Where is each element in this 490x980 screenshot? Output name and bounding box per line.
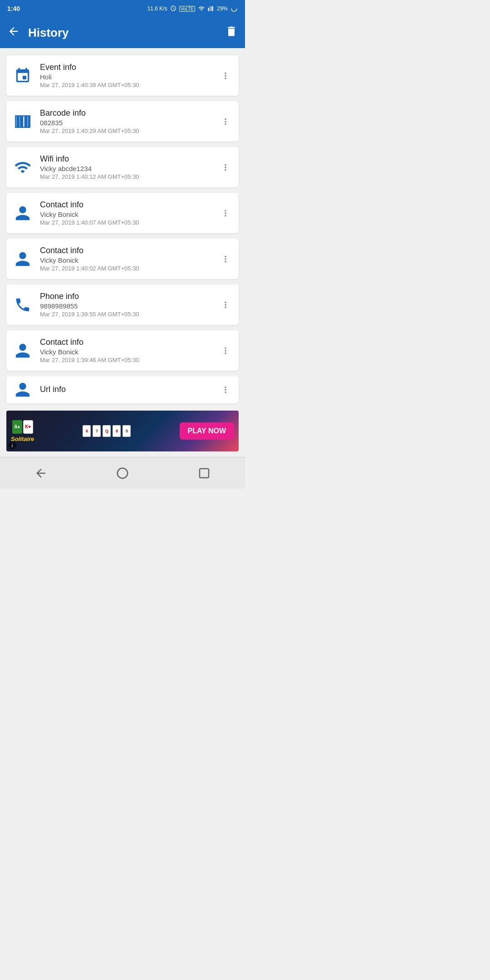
volte-badge: VoLTE <box>179 6 195 12</box>
list-item: Event info Holi Mar 27, 2019 1:40:39 AM … <box>6 55 239 96</box>
item-subtitle: Holi <box>40 73 211 81</box>
list-item: Contact info Vicky Bonick Mar 27, 2019 1… <box>6 193 239 233</box>
event-icon <box>13 66 33 86</box>
item-content: Contact info Vicky Bonick Mar 27, 2019 1… <box>40 338 211 363</box>
item-title: Barcode info <box>40 108 211 118</box>
ad-info-icon: i <box>8 441 16 450</box>
item-date: Mar 27, 2019 1:39:46 AM GMT+05:30 <box>40 357 211 363</box>
wifi-status-icon <box>198 5 205 12</box>
svg-point-0 <box>231 6 237 11</box>
svg-rect-2 <box>18 116 19 127</box>
contact-icon <box>13 249 33 269</box>
item-menu-button[interactable] <box>219 115 232 128</box>
item-date: Mar 27, 2019 1:40:39 AM GMT+05:30 <box>40 82 211 88</box>
alarm-icon <box>170 5 176 12</box>
item-menu-button[interactable] <box>219 161 232 174</box>
item-title: Event info <box>40 63 211 72</box>
ad-game-title: Solitaire <box>11 436 34 442</box>
svg-rect-8 <box>29 116 30 127</box>
svg-rect-5 <box>23 116 25 127</box>
list-item: Phone info 9898989855 Mar 27, 2019 1:39:… <box>6 284 239 325</box>
item-subtitle: 9898989855 <box>40 302 211 310</box>
item-title: Wifi info <box>40 154 211 164</box>
ad-content: i A♠ K♥ Solitaire 6 7 Q 8 5 PLAY NOW <box>6 420 239 442</box>
item-content: Contact info Vicky Bonick Mar 27, 2019 1… <box>40 246 211 272</box>
svg-point-9 <box>118 468 128 478</box>
item-content: Barcode info 082835 Mar 27, 2019 1:40:29… <box>40 108 211 134</box>
status-right: 11.6 K/s VoLTE 29% <box>147 5 238 12</box>
history-list: Event info Holi Mar 27, 2019 1:40:39 AM … <box>0 48 245 411</box>
item-title: Phone info <box>40 292 211 301</box>
item-subtitle: Vicky Bonick <box>40 256 211 264</box>
delete-button[interactable] <box>225 25 238 40</box>
phone-icon <box>13 295 33 315</box>
item-title: Contact info <box>40 338 211 347</box>
item-subtitle: Vicky Bonick <box>40 211 211 218</box>
loading-icon <box>230 5 238 12</box>
toolbar: History <box>0 17 245 48</box>
list-item: Contact info Vicky Bonick Mar 27, 2019 1… <box>6 330 239 371</box>
status-bar: 1:40 11.6 K/s VoLTE 29% <box>0 0 245 17</box>
item-content: Url info <box>40 385 211 395</box>
battery-level: 29% <box>217 5 228 12</box>
item-menu-button[interactable] <box>219 252 232 266</box>
card: Q <box>103 425 111 437</box>
item-menu-button[interactable] <box>219 344 232 358</box>
item-menu-button[interactable] <box>219 298 232 312</box>
page-title: History <box>28 26 225 40</box>
item-title: Contact info <box>40 246 211 255</box>
network-speed: 11.6 K/s <box>147 5 167 12</box>
svg-rect-1 <box>15 116 17 127</box>
card: 5 <box>122 425 131 437</box>
wifi-icon <box>13 157 33 177</box>
item-content: Contact info Vicky Bonick Mar 27, 2019 1… <box>40 200 211 226</box>
back-button[interactable] <box>7 25 20 41</box>
item-date: Mar 27, 2019 1:40:02 AM GMT+05:30 <box>40 265 211 272</box>
svg-rect-3 <box>19 116 20 127</box>
contact-icon <box>13 341 33 361</box>
ad-logo: A♠ K♥ Solitaire <box>11 420 34 442</box>
nav-recents-button[interactable] <box>184 462 225 485</box>
item-menu-button[interactable] <box>219 383 232 397</box>
list-item: Contact info Vicky Bonick Mar 27, 2019 1… <box>6 239 239 279</box>
item-menu-button[interactable] <box>219 69 232 83</box>
item-subtitle: Vicky Bonick <box>40 348 211 356</box>
list-item-partial: Url info <box>6 376 239 403</box>
svg-rect-4 <box>21 116 22 127</box>
item-menu-button[interactable] <box>219 206 232 220</box>
card: 7 <box>93 425 101 437</box>
item-content: Wifi info Vicky abcde1234 Mar 27, 2019 1… <box>40 154 211 180</box>
item-date: Mar 27, 2019 1:40:12 AM GMT+05:30 <box>40 173 211 180</box>
url-icon <box>13 380 33 400</box>
signal-icon <box>208 5 214 12</box>
status-time: 1:40 <box>7 5 20 12</box>
svg-rect-7 <box>27 116 29 127</box>
svg-rect-6 <box>25 116 26 127</box>
barcode-icon <box>13 112 33 132</box>
item-content: Phone info 9898989855 Mar 27, 2019 1:39:… <box>40 292 211 318</box>
item-date: Mar 27, 2019 1:40:29 AM GMT+05:30 <box>40 127 211 134</box>
play-now-button[interactable]: PLAY NOW <box>180 422 234 440</box>
list-item: Wifi info Vicky abcde1234 Mar 27, 2019 1… <box>6 147 239 187</box>
nav-back-button[interactable] <box>20 462 61 485</box>
contact-icon <box>13 203 33 223</box>
nav-home-button[interactable] <box>102 462 143 485</box>
list-item: Barcode info 082835 Mar 27, 2019 1:40:29… <box>6 101 239 142</box>
card: 6 <box>83 425 91 437</box>
item-subtitle: 082835 <box>40 119 211 127</box>
card: 8 <box>113 425 121 437</box>
item-subtitle: Vicky abcde1234 <box>40 165 211 172</box>
nav-bar <box>0 457 245 489</box>
item-title: Url info <box>40 385 211 394</box>
ad-cards: 6 7 Q 8 5 <box>39 425 175 437</box>
item-date: Mar 27, 2019 1:39:55 AM GMT+05:30 <box>40 311 211 318</box>
item-title: Contact info <box>40 200 211 210</box>
item-date: Mar 27, 2019 1:40:07 AM GMT+05:30 <box>40 219 211 226</box>
item-content: Event info Holi Mar 27, 2019 1:40:39 AM … <box>40 63 211 88</box>
ad-banner[interactable]: i A♠ K♥ Solitaire 6 7 Q 8 5 PLAY NOW <box>6 411 239 451</box>
svg-rect-10 <box>200 469 209 478</box>
